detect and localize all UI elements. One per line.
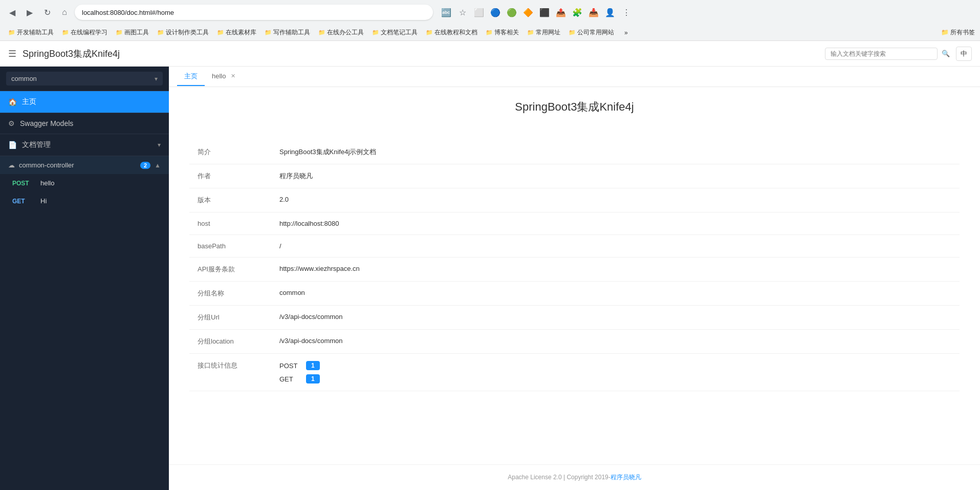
address-bar[interactable]: localhost:8080/doc.html#/home	[75, 5, 433, 20]
star-icon[interactable]: ☆	[456, 6, 469, 18]
field-label-group-name: 分组名称	[189, 282, 271, 306]
field-label-group-url: 分组Url	[189, 306, 271, 330]
reload-button[interactable]: ↻	[40, 5, 54, 19]
table-row: 分组名称 common	[189, 282, 960, 306]
field-value-api-terms: https://www.xiezhrspace.cn	[271, 258, 960, 282]
bookmark-assets[interactable]: 📁 在线素材库	[214, 27, 259, 38]
footer-text: Apache License 2.0 | Copyright 2019-	[508, 474, 611, 481]
api-item-get-hi[interactable]: GET Hi	[0, 192, 169, 210]
footer: Apache License 2.0 | Copyright 2019-程序员晓…	[169, 464, 980, 490]
bookmark-folder-icon: 📁	[157, 29, 164, 36]
bookmark-dev-tools[interactable]: 📁 开发辅助工具	[5, 27, 57, 38]
doc-content: SpringBoot3集成Knife4j 简介 SpringBoot3集成Kni…	[169, 87, 980, 464]
stat-method-post: POST	[279, 362, 300, 370]
field-label-author: 作者	[189, 164, 271, 188]
header-search: 🔍	[825, 48, 950, 60]
bookmark-notes[interactable]: 📁 文档笔记工具	[369, 27, 421, 38]
header-search-input[interactable]	[825, 48, 938, 60]
bookmark-tutorials[interactable]: 📁 在线教程和文档	[423, 27, 481, 38]
field-label-stats: 接口统计信息	[189, 354, 271, 391]
doc-title: SpringBoot3集成Knife4j	[189, 99, 960, 125]
extensions-icon[interactable]: 🧩	[571, 6, 583, 18]
bookmark-folder-icon: 📁	[116, 29, 123, 36]
sidebar-search-arrow-icon[interactable]: ▾	[155, 75, 158, 82]
field-label-group-location: 分组location	[189, 330, 271, 354]
field-label-host: host	[189, 212, 271, 235]
bookmark-folder-icon: 📁	[426, 29, 433, 36]
controller-name: common-controller	[19, 161, 136, 169]
bookmarks-right: 📁 所有书签	[937, 28, 975, 37]
ext4-icon[interactable]: ⬛	[538, 6, 551, 18]
tab-home[interactable]: 主页	[177, 68, 205, 86]
menu-icon[interactable]: ⋮	[620, 6, 633, 18]
content-area: 主页 hello ✕ SpringBoot3集成Knife4j 简介 Sprin…	[169, 67, 980, 490]
stat-row-get: GET 1	[279, 374, 951, 384]
field-value-version: 2.0	[271, 188, 960, 212]
lang-button[interactable]: 中	[956, 47, 972, 61]
home-button[interactable]: ⌂	[57, 5, 72, 19]
app-title: SpringBoot3集成Knife4j	[23, 48, 825, 60]
forward-button[interactable]: ▶	[23, 5, 37, 19]
ext5-icon[interactable]: 📤	[555, 6, 567, 18]
bookmark-writing[interactable]: 📁 写作辅助工具	[262, 27, 313, 38]
field-value-group-location: /v3/api-docs/common	[271, 330, 960, 354]
field-label-api-terms: API服务条款	[189, 258, 271, 282]
bookmark-drawing[interactable]: 📁 画图工具	[113, 27, 152, 38]
translate-icon[interactable]: 🔤	[440, 6, 452, 18]
sidebar-section-controller: ☁ common-controller 2 ▲ POST hello GET H…	[0, 156, 169, 210]
sidebar-search-input[interactable]	[11, 75, 155, 82]
bookmark-design[interactable]: 📁 设计制作类工具	[154, 27, 212, 38]
stat-method-get: GET	[279, 375, 300, 383]
screen-capture-icon[interactable]: ⬜	[473, 6, 485, 18]
footer-link[interactable]: 程序员晓凡	[611, 474, 641, 481]
browser-toolbar: ◀ ▶ ↻ ⌂ localhost:8080/doc.html#/home 🔤 …	[0, 0, 980, 25]
field-value-group-name: common	[271, 282, 960, 306]
tab-hello-close-icon[interactable]: ✕	[229, 72, 237, 80]
bookmark-office[interactable]: 📁 在线办公工具	[315, 27, 367, 38]
bookmarks-bar: 📁 开发辅助工具 📁 在线编程学习 📁 画图工具 📁 设计制作类工具 📁 在线素…	[0, 25, 980, 41]
header-search-icon[interactable]: 🔍	[942, 50, 950, 57]
sidebar-search-box[interactable]: ▾	[6, 72, 163, 86]
bookmark-company[interactable]: 📁 公司常用网站	[565, 27, 617, 38]
address-text: localhost:8080/doc.html#/home	[82, 9, 426, 16]
bookmark-label: 在线素材库	[226, 28, 256, 37]
ext3-icon[interactable]: 🔶	[522, 6, 534, 18]
bookmark-coding[interactable]: 📁 在线编程学习	[59, 27, 111, 38]
download-icon[interactable]: 📥	[587, 6, 600, 18]
sidebar-item-swagger-models[interactable]: ⚙ Swagger Models	[0, 113, 169, 134]
api-item-post-hello[interactable]: POST hello	[0, 174, 169, 192]
all-bookmarks[interactable]: 📁 所有书签	[941, 28, 975, 37]
main-layout: ▾ 🏠 主页 ⚙ Swagger Models	[0, 67, 980, 490]
ext1-icon[interactable]: 🔵	[489, 6, 502, 18]
sidebar-nav: 🏠 主页 ⚙ Swagger Models 📄 文档管理 ▾	[0, 91, 169, 490]
bookmark-common-sites[interactable]: 📁 常用网址	[524, 27, 563, 38]
sidebar-section-docs: 📄 文档管理 ▾	[0, 134, 169, 156]
field-value-basepath: /	[271, 235, 960, 258]
bookmark-folder-icon: 📁	[318, 29, 325, 36]
back-button[interactable]: ◀	[5, 5, 19, 19]
bookmarks-more[interactable]: »	[621, 28, 631, 37]
stat-row-post: POST 1	[279, 361, 951, 370]
ext2-icon[interactable]: 🟢	[506, 6, 518, 18]
menu-toggle-icon[interactable]: ☰	[8, 48, 16, 59]
sidebar-item-home[interactable]: 🏠 主页	[0, 91, 169, 113]
sidebar-search: ▾	[0, 67, 169, 91]
table-row: 分组location /v3/api-docs/common	[189, 330, 960, 354]
field-label-version: 版本	[189, 188, 271, 212]
sidebar-item-doc-mgmt[interactable]: 📄 文档管理 ▾	[0, 134, 169, 156]
sidebar: ▾ 🏠 主页 ⚙ Swagger Models	[0, 67, 169, 490]
doc-mgmt-label: 文档管理	[22, 140, 153, 150]
api-path-hi: Hi	[40, 197, 47, 205]
field-value-host: http://localhost:8080	[271, 212, 960, 235]
profile-icon[interactable]: 👤	[604, 6, 616, 18]
bookmark-folder-icon: 📁	[217, 29, 224, 36]
bookmark-blog[interactable]: 📁 博客相关	[483, 27, 522, 38]
tab-hello[interactable]: hello ✕	[205, 68, 244, 86]
table-row: host http://localhost:8080	[189, 212, 960, 235]
swagger-models-label: Swagger Models	[20, 119, 161, 127]
table-row: basePath /	[189, 235, 960, 258]
bookmark-label: 文档笔记工具	[381, 28, 418, 37]
home-icon: 🏠	[8, 98, 17, 106]
controller-header[interactable]: ☁ common-controller 2 ▲	[0, 156, 169, 174]
sidebar-home-label: 主页	[22, 97, 161, 106]
